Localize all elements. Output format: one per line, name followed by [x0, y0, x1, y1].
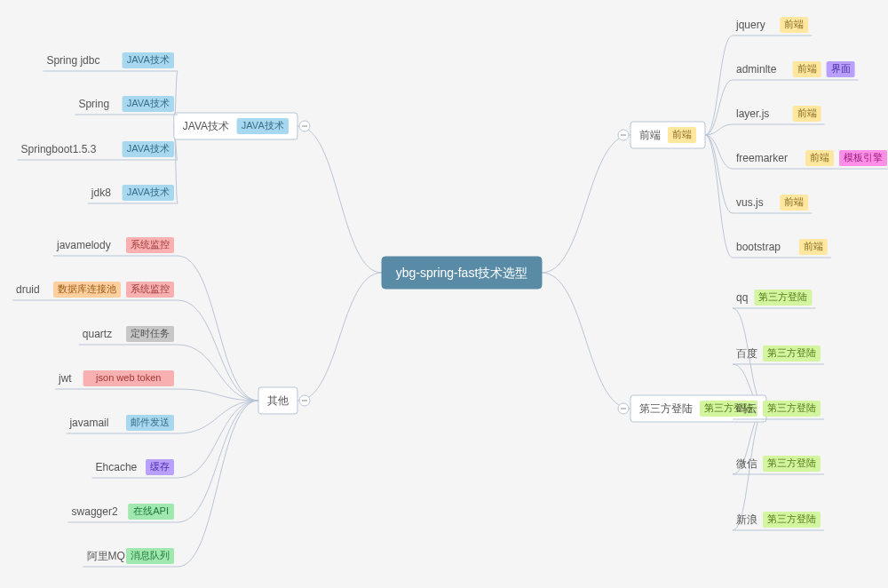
leaf-label: javamelody: [56, 239, 111, 251]
branch-node[interactable]: 前端前端: [630, 122, 705, 148]
leaf-label: swagger2: [72, 505, 118, 518]
edge: [705, 135, 733, 213]
tag-label: 第三方登陆: [767, 402, 816, 413]
leaf-label: qq: [736, 291, 748, 304]
leaf-node[interactable]: layer.js前端: [733, 106, 825, 124]
edge: [705, 135, 733, 258]
leaf-label: jwt: [58, 372, 72, 385]
leaf-node[interactable]: 新浪第三方登陆: [733, 512, 824, 530]
leaf-node[interactable]: Spring jdbcJAVA技术: [43, 52, 178, 71]
branch-label: JAVA技术: [183, 120, 229, 132]
leaf-node[interactable]: vus.js前端: [733, 195, 812, 213]
edge: [178, 401, 258, 433]
tag-label: 第三方登陆: [758, 291, 807, 302]
edge: [178, 256, 258, 401]
leaf-label: quartz: [83, 328, 112, 340]
leaf-label: Springboot1.5.3: [21, 143, 97, 155]
leaf-node[interactable]: jwtjson web token: [55, 370, 178, 389]
tag-label: 数据库连接池: [58, 283, 116, 294]
expand-toggle[interactable]: [299, 121, 310, 131]
leaf-label: jdk8: [91, 187, 111, 199]
edge: [178, 345, 258, 401]
leaf-node[interactable]: Ehcache缓存: [92, 459, 178, 478]
tag-label: 消息队列: [131, 550, 170, 560]
tag-label: 模板引擎: [844, 152, 883, 163]
edge: [178, 401, 258, 567]
leaf-node[interactable]: qq第三方登陆: [733, 290, 815, 308]
leaf-node[interactable]: jquery前端: [733, 17, 812, 36]
tag-label: 前端: [797, 107, 817, 118]
tag-label: 前端: [784, 196, 804, 207]
tag-label: 前端: [784, 19, 804, 29]
leaf-label: bootstrap: [736, 241, 781, 253]
leaf-label: druid: [16, 283, 40, 296]
leaf-node[interactable]: swagger2在线API: [68, 504, 178, 522]
leaf-node[interactable]: SpringJAVA技术: [75, 96, 178, 115]
branch-node[interactable]: JAVA技术JAVA技术: [174, 113, 297, 139]
leaf-label: jquery: [735, 19, 765, 31]
leaf-node[interactable]: 百度第三方登陆: [733, 346, 824, 364]
leaf-label: Ehcache: [96, 461, 138, 473]
tag-label: 邮件发送: [131, 417, 170, 427]
tag-label: 前端: [810, 152, 829, 163]
expand-toggle[interactable]: [618, 403, 629, 414]
tag-label: 系统监控: [131, 283, 170, 294]
tag-label: JAVA技术: [127, 98, 170, 108]
edge: [178, 401, 258, 522]
leaf-label: 新浪: [736, 513, 757, 526]
leaf-node[interactable]: freemarker前端模板引擎: [733, 150, 888, 169]
branch-node[interactable]: 其他: [258, 387, 297, 414]
leaf-label: Spring: [78, 98, 109, 110]
leaf-label: 微信: [736, 457, 757, 470]
leaf-node[interactable]: 阿里MQ消息队列: [83, 548, 178, 567]
tag-label: 前端: [672, 129, 692, 139]
edge: [705, 36, 733, 135]
edge: [297, 273, 382, 401]
branch-label: 前端: [639, 129, 661, 141]
leaf-label: vus.js: [736, 196, 764, 209]
edge: [178, 401, 258, 478]
tag-label: 前端: [797, 63, 817, 74]
leaf-label: 百度: [736, 347, 757, 360]
leaf-label: Spring jdbc: [46, 54, 99, 67]
leaf-node[interactable]: druid数据库连接池系统监控: [12, 282, 178, 300]
tag-label: 第三方登陆: [767, 513, 816, 524]
tag-label: json web token: [95, 372, 161, 383]
leaf-node[interactable]: javamelody系统监控: [53, 237, 178, 256]
leaf-node[interactable]: bootstrap前端: [733, 239, 831, 258]
tag-label: 第三方登陆: [767, 457, 816, 468]
branch-label: 其他: [267, 394, 289, 407]
center-title: ybg-spring-fast技术选型: [396, 266, 528, 280]
center-node[interactable]: ybg-spring-fast技术选型: [382, 257, 542, 289]
tag-label: JAVA技术: [242, 120, 284, 131]
leaf-node[interactable]: adminlte前端界面: [733, 61, 859, 80]
tag-label: JAVA技术: [127, 187, 170, 197]
leaf-label: freemarker: [736, 152, 788, 164]
edge: [542, 135, 630, 273]
expand-toggle[interactable]: [618, 130, 629, 140]
leaf-label: adminlte: [736, 63, 777, 75]
tag-label: JAVA技术: [127, 143, 170, 154]
edge: [542, 273, 630, 409]
leaf-label: 阿里MQ: [87, 550, 125, 562]
leaf-node[interactable]: javamail邮件发送: [66, 415, 178, 433]
expand-toggle[interactable]: [299, 395, 310, 406]
leaf-node[interactable]: 微信第三方登陆: [733, 456, 824, 474]
leaf-node[interactable]: quartz定时任务: [79, 326, 178, 345]
leaf-node[interactable]: jdk8JAVA技术: [88, 185, 178, 203]
branch-label: 第三方登陆: [639, 402, 693, 415]
leaf-label: javamail: [68, 417, 108, 429]
edge: [297, 126, 382, 273]
tag-label: 系统监控: [131, 239, 170, 250]
tag-label: 界面: [831, 63, 851, 74]
tag-label: 定时任务: [131, 328, 170, 338]
tag-label: 前端: [804, 241, 823, 251]
tag-label: 在线API: [133, 505, 169, 516]
tag-label: 第三方登陆: [767, 347, 816, 358]
tag-label: 缓存: [150, 461, 170, 472]
tag-label: JAVA技术: [127, 54, 170, 65]
edge: [178, 300, 258, 401]
leaf-label: layer.js: [736, 107, 769, 120]
leaf-label: 码云: [736, 402, 757, 415]
leaf-node[interactable]: Springboot1.5.3JAVA技术: [18, 141, 178, 160]
